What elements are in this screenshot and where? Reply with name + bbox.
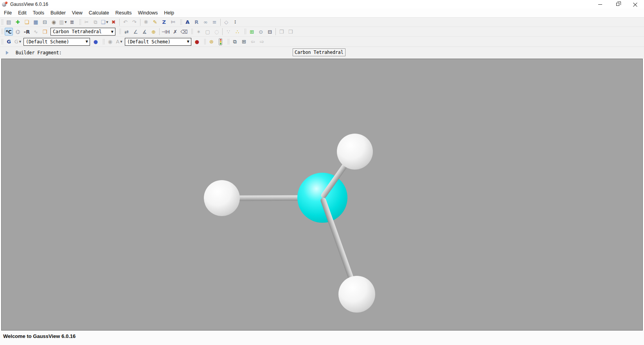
recenter-view-button[interactable]: ⊙ (257, 28, 265, 36)
add-fragment-button[interactable]: ✚ (14, 18, 22, 26)
toolbar-grip[interactable] (204, 39, 206, 45)
toolbar-grip[interactable] (1, 29, 3, 35)
modify-angle-button[interactable]: ∠ (131, 28, 140, 36)
biomolecule-fragment-button[interactable]: ∿ (32, 28, 40, 36)
next-view-button[interactable]: ⇨ (258, 38, 266, 46)
paste-button[interactable]: ❑▼ (101, 18, 109, 26)
modify-dihedral-button[interactable]: ∡ (140, 28, 149, 36)
toolbar-grip[interactable] (79, 19, 81, 25)
rebond-button[interactable]: ✎ (151, 18, 159, 26)
preferences-button[interactable]: ⊛ (207, 38, 216, 46)
fragment-select-value: Carbon Tetrahedral (53, 29, 102, 34)
r-group-fragment-button[interactable]: -R (23, 28, 31, 36)
connection-editor-button[interactable]: ∞ (201, 18, 210, 26)
bond-display-button[interactable]: ∶ (231, 18, 239, 26)
symmetrize-button[interactable]: ✄ (169, 18, 177, 26)
toolbar-grip[interactable] (191, 29, 193, 35)
view-symmetry-button[interactable]: ◇ (222, 18, 230, 26)
job-manager-button[interactable] (216, 38, 225, 46)
save-display-scheme-button[interactable]: ● (193, 38, 201, 46)
display-scheme-select[interactable]: (Default Scheme)▼ (125, 38, 191, 46)
save-file-button[interactable]: ▦ (32, 18, 40, 26)
menu-help[interactable]: Help (161, 9, 177, 16)
ring-fragment-button[interactable]: ⌬ (14, 28, 22, 36)
undo-button[interactable]: ↶ (121, 18, 130, 26)
mo-editor-button[interactable]: ❐ (277, 28, 286, 36)
select-atoms-button[interactable]: ✶ (194, 28, 203, 36)
delete-atom-button[interactable]: ✗ (171, 28, 179, 36)
delete-button[interactable]: ✖ (110, 18, 118, 26)
save-display-scheme-icon: ● (195, 39, 199, 44)
toolbar-grip[interactable] (244, 29, 246, 35)
display-format-button[interactable]: ◉ (106, 38, 114, 46)
atom-H[interactable] (338, 276, 375, 313)
minimize-button[interactable] (591, 0, 609, 9)
display-format-icon: ◉ (108, 39, 112, 44)
atom-H[interactable] (337, 134, 373, 170)
toolbar-grip[interactable] (180, 19, 182, 25)
toolbar-grip[interactable] (119, 29, 121, 35)
deselect-all-button[interactable]: ∵ (224, 28, 232, 36)
open-file-button[interactable]: ❏ (23, 18, 31, 26)
copy-button[interactable]: ⧉ (92, 18, 100, 26)
menu-builder[interactable]: Builder (47, 9, 69, 16)
quick-launch-button[interactable]: G▼ (14, 38, 22, 46)
atom-H[interactable] (204, 180, 240, 216)
calculation-setup-icon: G (7, 39, 11, 44)
save-calc-scheme-button[interactable]: ● (92, 38, 100, 46)
expander-icon[interactable] (6, 51, 9, 55)
job-queue-button[interactable]: ≣ (68, 18, 76, 26)
redo-button[interactable]: ↷ (130, 18, 139, 26)
toolbar-grip[interactable] (1, 19, 3, 25)
chevron-down-icon: ▼ (106, 21, 108, 24)
fragment-select[interactable]: Carbon Tetrahedral▼ (50, 28, 115, 36)
toolbar-grip[interactable] (1, 39, 3, 45)
toolbar-grip[interactable] (103, 39, 104, 45)
close-button[interactable] (626, 0, 644, 9)
menu-windows[interactable]: Windows (135, 9, 161, 16)
molgroup-layers-button[interactable]: ≡ (210, 18, 219, 26)
cascade-windows-button[interactable]: ⧉ (231, 38, 239, 46)
invert-structure-button[interactable]: ⌫ (180, 28, 188, 36)
results-viewer-button[interactable]: ❒ (286, 28, 295, 36)
menu-view[interactable]: View (69, 9, 86, 16)
toolbar-grip[interactable] (227, 39, 229, 45)
menu-calculate[interactable]: Calculate (86, 9, 112, 16)
toolbar-group: GG▼(Default Scheme)▼● (0, 37, 101, 46)
print-button[interactable]: ⊟ (41, 18, 49, 26)
movie-button[interactable]: ▥▼ (59, 18, 67, 26)
lasso-select-button[interactable]: ◌ (212, 28, 221, 36)
cut-button[interactable]: ✂ (83, 18, 91, 26)
tile-windows-button[interactable]: ⊞ (240, 38, 248, 46)
redundant-coordinate-editor-button[interactable]: R (192, 18, 201, 26)
previous-view-button[interactable]: ⇦ (249, 38, 257, 46)
menu-file[interactable]: File (1, 9, 15, 16)
new-molecule-button[interactable]: ▤ (5, 18, 13, 26)
calculation-setup-button[interactable]: G (5, 38, 13, 46)
select-all-button[interactable]: ∴ (233, 28, 241, 36)
clean-structure-button[interactable]: ❋ (142, 18, 150, 26)
view-list-icon: ⊟ (268, 29, 272, 34)
element-select-button[interactable]: ⁶C (5, 28, 13, 36)
lasso-select-icon: ◌ (214, 29, 219, 34)
modify-angle-icon: ∠ (133, 29, 138, 34)
menu-results[interactable]: Results (112, 9, 135, 16)
title-bar: GaussView 6.0.16 (0, 0, 644, 9)
menu-edit[interactable]: Edit (15, 9, 30, 16)
calc-scheme-select[interactable]: (Default Scheme)▼ (23, 38, 90, 46)
standard-orientation-button[interactable]: Z (160, 18, 168, 26)
toolbar-separator (220, 19, 221, 26)
atom-list-editor-button[interactable]: A (183, 18, 192, 26)
molecule-viewport[interactable] (1, 59, 643, 331)
marquee-select-button[interactable]: ▢ (203, 28, 212, 36)
restore-button[interactable] (609, 0, 626, 9)
display-format-text-button[interactable]: A▼ (115, 38, 123, 46)
add-valence-button[interactable]: ⊣H (161, 28, 170, 36)
modify-bond-button[interactable]: ⇄ (122, 28, 131, 36)
inquire-button[interactable]: ⊕ (149, 28, 158, 36)
custom-fragment-library-button[interactable]: ❒ (41, 28, 49, 36)
view-list-button[interactable]: ⊟ (266, 28, 274, 36)
menu-tools[interactable]: Tools (30, 9, 47, 16)
add-view-button[interactable]: ⊞ (248, 28, 256, 36)
screen-capture-button[interactable]: ◉ (50, 18, 58, 26)
